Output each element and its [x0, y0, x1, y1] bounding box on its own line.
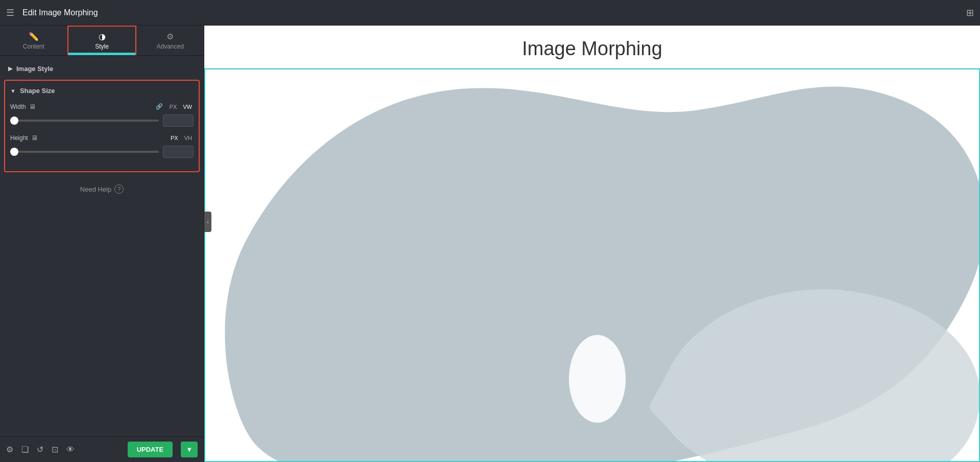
width-unit-vw[interactable]: VW: [181, 103, 194, 110]
update-arrow-button[interactable]: ▼: [181, 442, 198, 457]
need-help[interactable]: Need Help ?: [0, 174, 204, 204]
height-unit-px[interactable]: PX: [169, 134, 180, 142]
image-style-arrow: ▶: [8, 65, 12, 72]
update-button[interactable]: UPDATE: [128, 442, 173, 457]
style-icon: ◑: [99, 32, 106, 41]
help-circle-icon: ?: [114, 184, 124, 194]
grid-icon[interactable]: ⊞: [966, 7, 974, 18]
shape-size-arrow: ▼: [10, 88, 16, 94]
sidebar-content: ▶ Image Style ▼ Shape Size: [0, 56, 204, 436]
height-slider-row: [10, 146, 194, 158]
height-label-row: Height 🖥 PX VH: [10, 134, 194, 142]
responsive-icon[interactable]: ⊡: [52, 445, 58, 454]
width-slider[interactable]: [10, 120, 159, 122]
shape-size-label: Shape Size: [20, 87, 55, 95]
top-bar: ☰ Edit Image Morphing ⊞: [0, 0, 980, 26]
image-style-label: Image Style: [16, 65, 53, 73]
tab-style[interactable]: ◑ Style: [67, 26, 137, 55]
width-value-input[interactable]: [163, 114, 194, 127]
width-label-row: Width 🖥 🔗 PX VW: [10, 103, 194, 110]
page-title: Edit Image Morphing: [22, 8, 98, 17]
height-value-input[interactable]: [163, 146, 194, 158]
height-slider[interactable]: [10, 151, 159, 153]
need-help-label: Need Help: [80, 186, 111, 193]
width-control: Width 🖥 🔗 PX VW: [10, 103, 194, 127]
content-icon: ✏️: [29, 32, 39, 41]
morphing-svg: [205, 70, 979, 461]
shape-size-header[interactable]: ▼ Shape Size: [10, 87, 194, 95]
tab-advanced[interactable]: ⚙ Advanced: [136, 26, 204, 55]
image-style-header[interactable]: ▶ Image Style: [0, 60, 204, 78]
canvas-title: Image Morphing: [204, 26, 980, 68]
height-unit-vh[interactable]: VH: [183, 134, 194, 142]
svg-point-0: [569, 335, 626, 423]
advanced-icon: ⚙: [166, 32, 174, 41]
shape-size-panel: ▼ Shape Size Width 🖥 🔗: [4, 80, 200, 172]
height-units: PX VH: [169, 134, 194, 142]
height-label: Height 🖥: [10, 134, 38, 142]
height-text: Height: [10, 134, 28, 142]
height-monitor-icon: 🖥: [31, 134, 38, 142]
eye-icon[interactable]: 👁: [66, 445, 75, 454]
settings-icon[interactable]: ⚙: [6, 445, 13, 454]
width-text: Width: [10, 103, 26, 110]
layers-icon[interactable]: ❑: [21, 445, 29, 454]
canvas-content: [204, 68, 980, 462]
width-label: Width 🖥: [10, 103, 36, 110]
sidebar: ✏️ Content ◑ Style ⚙ Advanced: [0, 26, 204, 462]
width-slider-row: [10, 114, 194, 127]
canvas-area: Image Morphing: [204, 26, 980, 462]
tab-advanced-label: Advanced: [156, 43, 183, 50]
link-icon: 🔗: [156, 103, 163, 110]
tab-style-label: Style: [95, 43, 109, 50]
height-control: Height 🖥 PX VH: [10, 134, 194, 158]
hamburger-icon[interactable]: ☰: [6, 7, 14, 18]
width-unit-px[interactable]: PX: [168, 103, 179, 110]
width-monitor-icon: 🖥: [29, 103, 36, 110]
tab-content-label: Content: [23, 43, 44, 50]
sidebar-bottom-bar: ⚙ ❑ ↺ ⊡ 👁 UPDATE ▼: [0, 436, 204, 462]
history-icon[interactable]: ↺: [37, 445, 43, 454]
collapse-handle[interactable]: ‹: [204, 212, 211, 232]
tabs-bar: ✏️ Content ◑ Style ⚙ Advanced: [0, 26, 204, 56]
tab-content[interactable]: ✏️ Content: [0, 26, 67, 55]
width-units: 🔗 PX VW: [156, 103, 194, 110]
